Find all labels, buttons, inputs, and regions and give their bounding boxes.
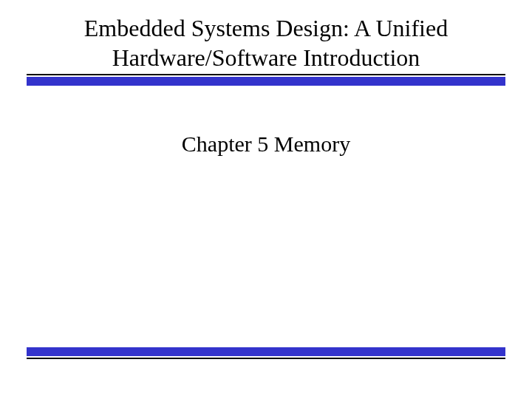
title-line-1: Embedded Systems Design: A Unified [84,15,448,41]
slide-subtitle: Chapter 5 Memory [0,132,532,157]
top-divider-blue [27,77,505,86]
bottom-divider-blue [27,347,505,356]
slide-title: Embedded Systems Design: A Unified Hardw… [30,13,502,72]
slide-container: Embedded Systems Design: A Unified Hardw… [0,0,532,399]
title-line-2: Hardware/Software Introduction [112,44,420,71]
bottom-divider-black [27,358,505,359]
top-divider-black [27,74,505,75]
